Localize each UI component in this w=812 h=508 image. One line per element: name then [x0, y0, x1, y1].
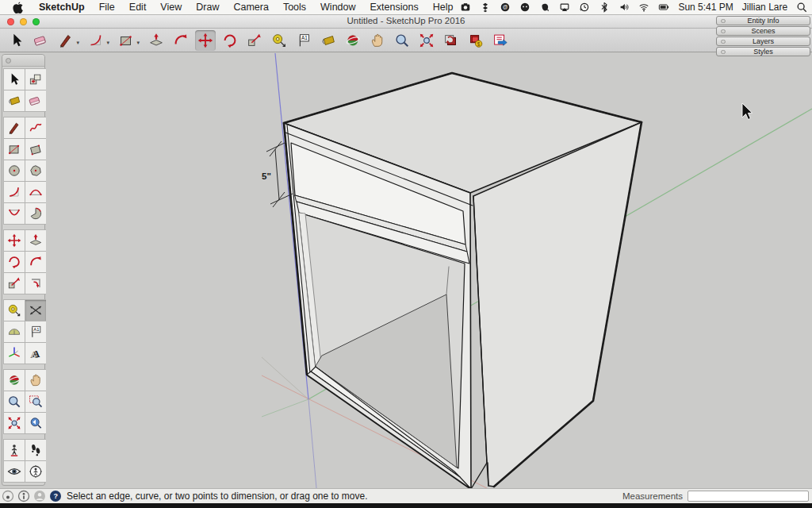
menu-status-creative-cloud[interactable]: @: [500, 2, 511, 13]
palette-look-around-button[interactable]: [4, 461, 25, 482]
toolbar-rectangle-button[interactable]: ▾: [116, 30, 136, 51]
palette-move-button[interactable]: [4, 230, 25, 251]
menu-item-extensions[interactable]: Extensions: [363, 0, 426, 15]
menu-clock[interactable]: Sun 5:41 PM: [678, 2, 733, 13]
palette-close-icon[interactable]: [6, 58, 11, 64]
spotlight-search-icon[interactable]: [796, 2, 807, 13]
palette-scale-button[interactable]: [4, 273, 25, 294]
palette-select-button[interactable]: [4, 69, 25, 90]
palette-axes-button[interactable]: [4, 343, 25, 364]
palette-line-button[interactable]: [4, 117, 25, 138]
status-help-button[interactable]: ?: [49, 490, 62, 502]
palette-rectangle-button[interactable]: [4, 139, 25, 160]
toolbar-paint-bucket-button[interactable]: [318, 30, 339, 51]
palette-two-point-arc-button[interactable]: [25, 182, 46, 202]
menu-item-file[interactable]: File: [92, 0, 122, 15]
palette-polygon-button[interactable]: [25, 160, 46, 181]
toolbar-pan-button[interactable]: [367, 30, 388, 51]
tray-panel-styles[interactable]: Styles: [716, 47, 810, 56]
menu-status-airplay[interactable]: [559, 2, 570, 13]
palette-previous-button[interactable]: [25, 413, 46, 433]
menu-status-evernote[interactable]: [539, 2, 550, 13]
apple-menu[interactable]: [0, 1, 32, 13]
toolbar-follow-me-button[interactable]: [170, 30, 191, 51]
status-credits-button[interactable]: [17, 490, 30, 502]
toolbar-zoom-extents-button[interactable]: [416, 30, 437, 51]
toolbar-share-model-button[interactable]: $: [465, 30, 486, 51]
status-geolocation-button[interactable]: [2, 490, 14, 502]
dropdown-caret-icon[interactable]: ▾: [106, 40, 109, 46]
menu-item-camera[interactable]: Camera: [226, 0, 275, 15]
palette-walk-button[interactable]: [25, 440, 46, 460]
palette-text-button[interactable]: A1: [25, 321, 46, 342]
palette-three-point-arc-button[interactable]: [4, 203, 25, 224]
palette-pie-button[interactable]: [25, 203, 46, 224]
menu-status-messages[interactable]: [519, 2, 530, 13]
toolbar-select-button[interactable]: [6, 30, 27, 51]
dropdown-caret-icon[interactable]: ▾: [136, 40, 140, 46]
menu-item-help[interactable]: Help: [426, 0, 461, 15]
tray-panel-toggle-icon[interactable]: [721, 40, 726, 44]
palette-arc-button[interactable]: [4, 182, 25, 202]
palette-circle-button[interactable]: [4, 160, 25, 181]
tray-panel-layers[interactable]: Layers: [716, 37, 810, 46]
menu-status-volume[interactable]: [619, 2, 630, 13]
toolbar-push-pull-button[interactable]: [146, 30, 167, 51]
palette-freehand-button[interactable]: [25, 117, 46, 138]
menu-item-tools[interactable]: Tools: [276, 0, 313, 15]
toolbar-line-button[interactable]: ▾: [56, 30, 76, 51]
palette-push-pull-button[interactable]: [25, 230, 46, 251]
toolbar-eraser-button[interactable]: [31, 30, 52, 51]
palette-3d-text-button[interactable]: AA: [25, 343, 46, 364]
palette-rotate-button[interactable]: [4, 252, 25, 272]
palette-tape-measure-button[interactable]: [4, 300, 25, 321]
measurements-input[interactable]: [688, 491, 809, 502]
palette-protractor-button[interactable]: [4, 321, 25, 342]
tray-panel-toggle-icon[interactable]: [721, 29, 726, 34]
toolbar-move-button[interactable]: [195, 30, 216, 51]
menu-status-camera[interactable]: [460, 2, 471, 13]
menu-status-dropbox[interactable]: [480, 2, 491, 13]
tray-panel-toggle-icon[interactable]: [721, 50, 726, 55]
menu-user[interactable]: Jillian Lare: [742, 2, 787, 13]
palette-orbit-button[interactable]: [4, 370, 25, 391]
dropdown-caret-icon[interactable]: ▾: [76, 40, 79, 46]
dimension-text[interactable]: 5": [262, 171, 271, 181]
palette-zoom-extents-button[interactable]: [4, 413, 25, 433]
toolbar-orbit-button[interactable]: [343, 30, 363, 51]
palette-paint-bucket-button[interactable]: [4, 90, 25, 111]
menu-status-battery[interactable]: [658, 2, 669, 13]
toolbar-tape-measure-button[interactable]: [269, 30, 289, 51]
toolbar-text-button[interactable]: A1: [293, 30, 314, 51]
status-sign-in-button[interactable]: [33, 490, 46, 502]
menu-status-time-machine[interactable]: [579, 2, 590, 13]
palette-dimension-button[interactable]: [25, 300, 46, 321]
menu-item-window[interactable]: Window: [313, 0, 362, 15]
palette-header[interactable]: [2, 55, 44, 67]
palette-rotated-rectangle-button[interactable]: [25, 139, 46, 160]
palette-zoom-window-button[interactable]: [25, 391, 46, 412]
menu-item-edit[interactable]: Edit: [122, 0, 154, 15]
menu-item-view[interactable]: View: [153, 0, 189, 15]
toolbar-arc-button[interactable]: ▾: [86, 30, 106, 51]
tray-panel-scenes[interactable]: Scenes: [716, 26, 810, 36]
palette-eraser-button[interactable]: [25, 90, 46, 111]
toolbar-send-to-layout-button[interactable]: [490, 30, 511, 51]
toolbar-scale-button[interactable]: [244, 30, 265, 51]
toolbar-get-models-button[interactable]: [441, 30, 462, 51]
menu-status-bluetooth[interactable]: [599, 2, 610, 13]
menu-item-draw[interactable]: Draw: [189, 0, 226, 15]
toolbar-rotate-button[interactable]: [220, 30, 240, 51]
palette-zoom-button[interactable]: [4, 391, 25, 412]
tray-panel-toggle-icon[interactable]: [721, 19, 726, 24]
palette-section-plane-button[interactable]: [25, 461, 46, 482]
drawing-canvas[interactable]: 5": [0, 0, 812, 508]
palette-follow-me-button[interactable]: [25, 252, 46, 272]
palette-pan-button[interactable]: [25, 370, 46, 391]
menu-status-wifi[interactable]: [638, 2, 649, 13]
palette-make-component-button[interactable]: [25, 69, 46, 90]
palette-position-camera-button[interactable]: [4, 440, 25, 460]
toolbar-zoom-button[interactable]: [392, 30, 412, 51]
palette-offset-button[interactable]: [25, 273, 46, 294]
menu-item-sketchup[interactable]: SketchUp: [32, 0, 92, 15]
